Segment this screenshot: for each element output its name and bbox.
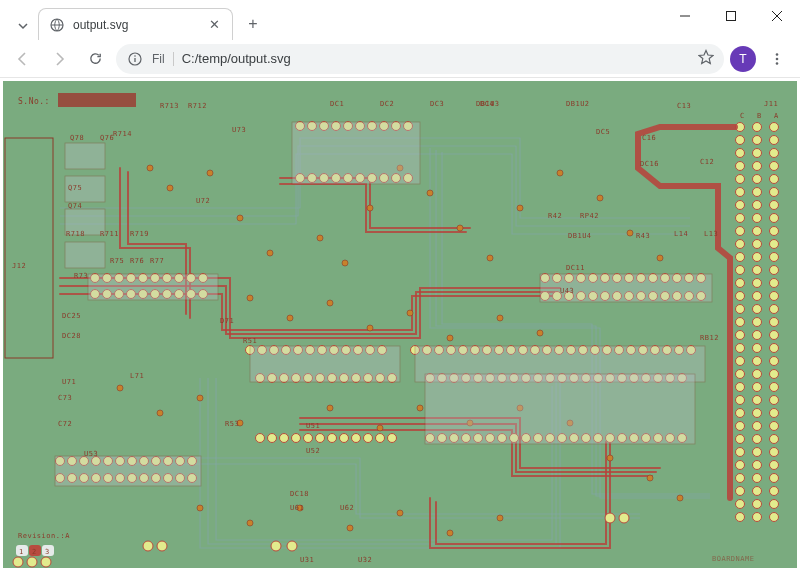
svg-point-41 [770,188,779,197]
svg-point-82 [753,370,762,379]
svg-point-50 [770,227,779,236]
svg-text:R51: R51 [243,337,257,345]
svg-point-336 [497,315,503,321]
svg-point-57 [736,266,745,275]
svg-point-91 [753,409,762,418]
svg-point-352 [247,520,253,526]
svg-text:R712: R712 [188,102,207,110]
svg-text:R43: R43 [636,232,650,240]
browser-menu-button[interactable] [762,44,792,74]
svg-point-34 [753,162,762,171]
svg-point-318 [317,235,323,241]
svg-text:C73: C73 [58,394,72,402]
svg-text:U62: U62 [340,504,354,512]
svg-point-105 [736,474,745,483]
address-bar[interactable]: Fil C:/temp/output.svg [116,44,724,74]
nav-forward-button[interactable] [44,44,74,74]
window-close-button[interactable] [754,0,800,32]
svg-point-7 [134,55,136,57]
svg-point-110 [770,487,779,496]
svg-text:J12: J12 [12,262,26,270]
svg-point-108 [736,487,745,496]
svg-point-313 [147,165,153,171]
svg-text:L71: L71 [130,372,144,380]
window-maximize-button[interactable] [708,0,754,32]
svg-point-319 [342,260,348,266]
svg-text:R75: R75 [110,257,124,265]
svg-point-60 [736,279,745,288]
svg-point-222 [364,434,373,443]
svg-point-95 [770,422,779,431]
window-minimize-button[interactable] [662,0,708,32]
svg-point-342 [327,405,333,411]
svg-point-8 [776,53,779,56]
svg-point-49 [753,227,762,236]
svg-point-354 [347,525,353,531]
svg-point-324 [487,255,493,261]
svg-text:U72: U72 [196,197,210,205]
svg-text:DC18: DC18 [290,490,309,498]
svg-point-9 [776,57,779,60]
nav-reload-button[interactable] [80,44,110,74]
svg-text:U71: U71 [62,378,76,386]
svg-point-45 [736,214,745,223]
svg-text:DC1: DC1 [330,100,344,108]
page-viewport: S.No.: Revision.:A BOARDNAME 1 2 3 J12 J… [0,78,800,571]
svg-text:Q75: Q75 [68,184,82,192]
bookmark-star-icon[interactable] [698,49,714,68]
svg-point-36 [736,175,745,184]
svg-point-32 [770,149,779,158]
svg-point-350 [677,495,683,501]
svg-point-99 [736,448,745,457]
profile-avatar[interactable]: T [730,46,756,72]
svg-point-425 [143,541,153,551]
svg-text:DC2: DC2 [380,100,394,108]
svg-text:J11: J11 [764,100,778,108]
svg-point-220 [340,434,349,443]
svg-text:RP42: RP42 [580,212,599,220]
svg-point-357 [497,515,503,521]
svg-text:DB1U4: DB1U4 [568,232,592,240]
revision-badges: 1 2 3 [16,545,54,556]
svg-point-39 [736,188,745,197]
tab-dropdown-button[interactable] [8,12,38,40]
svg-point-328 [627,230,633,236]
browser-tab[interactable]: output.svg ✕ [38,8,233,40]
svg-text:C12: C12 [700,158,714,166]
svg-point-337 [537,330,543,336]
svg-point-88 [753,396,762,405]
svg-point-330 [247,295,253,301]
revision-label: Revision.:A [18,532,70,540]
svg-text:DC28: DC28 [62,332,81,340]
svg-point-83 [770,370,779,379]
svg-point-223 [376,434,385,443]
tab-close-button[interactable]: ✕ [206,17,222,33]
svg-point-64 [753,292,762,301]
svg-point-40 [753,188,762,197]
svg-text:U73: U73 [232,126,246,134]
svg-point-86 [770,383,779,392]
url-scheme-chip: Fil [152,52,174,66]
svg-point-81 [736,370,745,379]
svg-text:B: B [757,112,762,120]
new-tab-button[interactable]: + [239,10,267,38]
svg-point-340 [197,395,203,401]
svg-text:L14: L14 [674,230,688,238]
svg-text:R711: R711 [100,230,119,238]
svg-point-59 [770,266,779,275]
svg-point-106 [753,474,762,483]
nav-back-button[interactable] [8,44,38,74]
svg-point-79 [753,357,762,366]
serial-box [58,93,136,107]
site-info-icon[interactable] [126,50,144,68]
svg-point-55 [753,253,762,262]
svg-point-344 [417,405,423,411]
svg-text:DB1U3: DB1U3 [476,100,500,108]
svg-point-93 [736,422,745,431]
svg-text:DC5: DC5 [596,128,610,136]
svg-text:DC3: DC3 [430,100,444,108]
svg-point-10 [776,62,779,65]
svg-text:U53: U53 [84,450,98,458]
svg-point-327 [597,195,603,201]
serial-label: S.No.: [18,97,50,106]
